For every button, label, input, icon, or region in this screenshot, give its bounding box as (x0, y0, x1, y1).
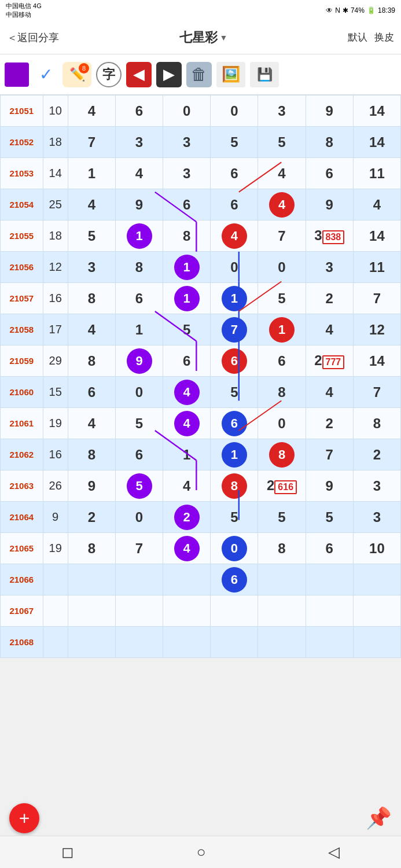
chevron-down-icon[interactable]: ▼ (220, 33, 228, 42)
zi-tool[interactable]: 字 (96, 62, 122, 87)
cell-n4: 7 (211, 314, 258, 345)
title: 七星彩 ▼ (179, 29, 228, 46)
save-tool[interactable]: 💾 (250, 62, 279, 87)
check-tool[interactable]: ✓ (34, 62, 58, 87)
toolbar: ✓ 8 ✏️ 字 ◀ ▶ 🗑 🖼️ 💾 (0, 54, 401, 95)
cell-n4: 8 (211, 470, 258, 502)
box-annotation: 616 (274, 480, 297, 494)
table-row: 210592989666277714 (1, 345, 401, 377)
cell-n4: 4 (211, 220, 258, 252)
cell-n1: 4 (68, 189, 115, 220)
cell-n1: 3 (68, 252, 115, 283)
eye-icon: 👁 (326, 6, 333, 14)
cell-n5: 0 (258, 252, 306, 283)
color-square-tool[interactable] (5, 62, 29, 87)
table-row: 21057168611527 (1, 283, 401, 314)
cell-n1: 4 (68, 314, 115, 345)
cell-n5: 4 (258, 158, 306, 189)
nav-back-icon[interactable]: ◻ (61, 843, 74, 861)
sum-cell: 10 (43, 95, 68, 127)
cell-n2 (115, 627, 163, 658)
left-arrow-icon: ◀ (133, 65, 145, 83)
sum-cell (43, 564, 68, 595)
battery-level: 74% (351, 6, 365, 14)
nav-home-icon[interactable]: ○ (197, 843, 206, 861)
cell-n4: 6 (211, 345, 258, 377)
pen-tool[interactable]: 8 ✏️ (62, 62, 91, 87)
default-button[interactable]: 默认 (348, 31, 367, 44)
cell-n2: 1 (115, 220, 163, 252)
cell-n4: 6 (211, 158, 258, 189)
cell-n7: 8 (353, 408, 400, 439)
right-arrow-tool[interactable]: ▶ (156, 62, 182, 87)
cell-n3 (163, 564, 211, 595)
cell-n3: 3 (163, 158, 211, 189)
cell-n7: 11 (353, 252, 400, 283)
cell-n5: 5 (258, 127, 306, 158)
cell-n4: 6 (211, 189, 258, 220)
back-button[interactable]: ＜返回分享 (7, 31, 59, 45)
check-icon: ✓ (39, 65, 53, 84)
table-row: 21054254966494 (1, 189, 401, 220)
cell-n5 (258, 564, 306, 595)
cell-n6: 4 (306, 314, 353, 345)
cell-n7: 12 (353, 314, 400, 345)
nav-menu-icon[interactable]: ◁ (328, 843, 340, 861)
purple-square (5, 62, 29, 87)
sum-cell: 26 (43, 470, 68, 502)
badge-number: 8 (79, 63, 89, 73)
issue-cell: 21053 (1, 158, 43, 189)
box-annotation: 838 (322, 230, 345, 244)
cell-n6: 6 (306, 533, 353, 564)
cell-n4 (211, 595, 258, 627)
table-row: 21061194546028 (1, 408, 401, 439)
photo-tool[interactable]: 🖼️ (216, 62, 245, 87)
cell-n3: 2 (163, 502, 211, 533)
sum-cell: 18 (43, 127, 68, 158)
trash-tool[interactable]: 🗑 (186, 62, 212, 87)
cell-n7: 14 (353, 345, 400, 377)
cell-n4: 5 (211, 127, 258, 158)
cell-n1: 2 (68, 502, 115, 533)
cell-n7: 3 (353, 502, 400, 533)
cell-n7: 7 (353, 283, 400, 314)
cell-n7: 2 (353, 439, 400, 470)
bottom-bar: + 📌 (0, 803, 401, 833)
sum-cell: 12 (43, 252, 68, 283)
cell-n6 (306, 595, 353, 627)
save-icon: 💾 (257, 67, 273, 82)
left-arrow-tool[interactable]: ◀ (126, 62, 152, 87)
cell-n2: 4 (115, 158, 163, 189)
skin-button[interactable]: 换皮 (374, 31, 394, 44)
cell-n4: 5 (211, 502, 258, 533)
carrier1: 中国电信 4G (6, 2, 42, 10)
sum-cell: 9 (43, 502, 68, 533)
sum-cell: 15 (43, 377, 68, 408)
cell-n3: 4 (163, 377, 211, 408)
add-button[interactable]: + (9, 803, 39, 833)
issue-cell: 21054 (1, 189, 43, 220)
cell-n5: 8 (258, 533, 306, 564)
table-row: 21067 (1, 595, 401, 627)
table-row: 21063269548261693 (1, 470, 401, 502)
cell-n3: 1 (163, 439, 211, 470)
table-row: 21060156045847 (1, 377, 401, 408)
cell-n6: 7 (306, 439, 353, 470)
cell-n5: 2616 (258, 470, 306, 502)
table-wrapper: 2105110460039142105218733558142105314143… (0, 95, 401, 658)
cell-n4: 0 (211, 533, 258, 564)
table-row: 210561238100311 (1, 252, 401, 283)
cell-n7: 10 (353, 533, 400, 564)
cell-n4: 0 (211, 95, 258, 127)
cell-n6: 9 (306, 470, 353, 502)
issue-cell: 21061 (1, 408, 43, 439)
cell-n1: 5 (68, 220, 115, 252)
issue-cell: 21067 (1, 595, 43, 627)
carrier2: 中国移动 (6, 10, 42, 19)
cell-n5: 7 (258, 220, 306, 252)
pin-button[interactable]: 📌 (366, 806, 392, 830)
bluetooth-icon: ✱ (343, 6, 348, 14)
table-row: 21062168611872 (1, 439, 401, 470)
cell-n7: 14 (353, 220, 400, 252)
right-arrow-icon: ▶ (163, 65, 175, 83)
